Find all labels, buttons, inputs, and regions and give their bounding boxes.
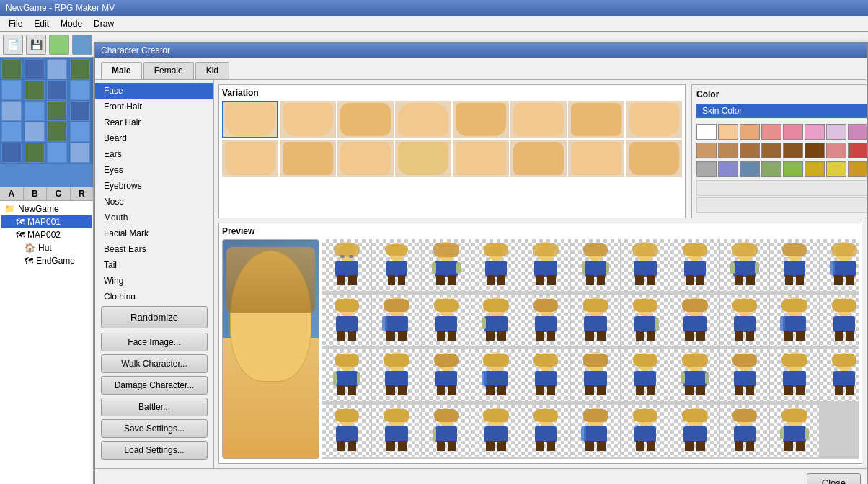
color-swatch[interactable] (761, 161, 781, 177)
part-beard[interactable]: Beard (95, 130, 213, 146)
letter-tab-r[interactable]: R (71, 187, 94, 200)
color-swatch[interactable] (740, 143, 760, 158)
part-nose[interactable]: Nose (95, 194, 213, 210)
svg-rect-57 (796, 275, 804, 285)
color-swatch[interactable] (783, 124, 803, 140)
part-face[interactable]: Face (95, 83, 213, 99)
letter-tab-c[interactable]: C (47, 187, 71, 200)
menu-file[interactable]: File (3, 17, 28, 30)
save-settings-button[interactable]: Save Settings... (101, 419, 208, 438)
menu-edit[interactable]: Edit (28, 17, 55, 30)
menu-draw[interactable]: Draw (88, 17, 120, 30)
hut-icon: 🏠 (25, 243, 35, 253)
variation-cell[interactable] (626, 101, 682, 138)
variation-grid (222, 101, 682, 177)
color-swatch[interactable] (740, 161, 760, 177)
color-swatch[interactable] (718, 143, 738, 158)
color-swatch[interactable] (848, 161, 867, 177)
svg-rect-105 (647, 331, 655, 341)
part-rear-hair[interactable]: Rear Hair (95, 115, 213, 130)
menu-mode[interactable]: Mode (55, 17, 88, 30)
map-label: MAP002 (27, 230, 61, 240)
svg-rect-162 (584, 371, 607, 387)
color-swatch[interactable] (848, 143, 867, 158)
sprite-cell (571, 349, 620, 401)
walk-character-button[interactable]: Walk Character... (101, 354, 208, 373)
svg-rect-182 (746, 385, 754, 395)
tab-female[interactable]: Female (143, 62, 194, 79)
variation-cell[interactable] (510, 101, 567, 138)
face-sketch (225, 142, 275, 175)
variation-cell[interactable] (510, 140, 567, 177)
variation-cell[interactable] (626, 140, 682, 177)
svg-rect-144 (398, 385, 407, 395)
part-ears[interactable]: Ears (95, 146, 213, 162)
skin-color-label[interactable]: Skin Color (696, 104, 867, 118)
randomize-button[interactable]: Randomize (101, 306, 208, 328)
variation-cell[interactable] (222, 101, 278, 138)
variation-cell[interactable] (280, 101, 336, 138)
tree-item-hut[interactable]: 🏠 Hut (1, 241, 92, 254)
damage-character-button[interactable]: Damage Character... (101, 376, 208, 395)
variation-cell[interactable] (568, 101, 624, 138)
color-swatch[interactable] (761, 124, 781, 140)
variation-cell[interactable] (337, 101, 394, 138)
variation-cell[interactable] (453, 140, 509, 177)
face-image-button[interactable]: Face Image... (101, 333, 208, 351)
color-swatch[interactable] (761, 143, 781, 158)
tree-item-map001[interactable]: 🗺 MAP001 (1, 215, 92, 228)
color-swatch[interactable] (805, 161, 825, 177)
variation-cell[interactable] (280, 140, 336, 177)
variation-cell[interactable] (395, 140, 451, 177)
color-swatch[interactable] (826, 143, 846, 158)
part-facial-mark[interactable]: Facial Mark (95, 225, 213, 241)
variation-cell[interactable] (337, 140, 394, 177)
tab-kid[interactable]: Kid (195, 62, 229, 79)
toolbar-map2[interactable] (72, 35, 92, 55)
color-swatch[interactable] (848, 124, 867, 140)
tree-item-map002[interactable]: 🗺 MAP002 (1, 228, 92, 241)
load-settings-button[interactable]: Load Settings... (101, 441, 208, 460)
variation-cell[interactable] (568, 140, 624, 177)
part-eyebrows[interactable]: Eyebrows (95, 178, 213, 194)
toolbar-map1[interactable] (49, 35, 69, 55)
toolbar-new[interactable]: 📄 (3, 35, 23, 55)
tree-item-endgame[interactable]: 🗺 EndGame (1, 254, 92, 267)
color-swatch[interactable] (696, 143, 717, 158)
close-button[interactable]: Close (807, 473, 861, 484)
svg-rect-248 (781, 409, 807, 422)
svg-rect-237 (683, 426, 707, 442)
color-swatch[interactable] (826, 161, 846, 177)
tab-male[interactable]: Male (101, 62, 142, 79)
svg-rect-90 (482, 318, 486, 329)
color-swatch[interactable] (805, 124, 825, 140)
variation-cell[interactable] (453, 101, 509, 138)
color-swatch[interactable] (718, 124, 738, 140)
part-wing[interactable]: Wing (95, 273, 213, 289)
color-swatch[interactable] (696, 124, 717, 140)
letter-tab-b[interactable]: B (24, 187, 48, 200)
color-swatch[interactable] (805, 143, 825, 158)
part-tail[interactable]: Tail (95, 257, 213, 273)
part-clothing[interactable]: Clothing (95, 289, 213, 299)
part-front-hair[interactable]: Front Hair (95, 99, 213, 115)
part-beast-ears[interactable]: Beast Ears (95, 241, 213, 257)
variation-label: Variation (222, 88, 682, 98)
color-swatch[interactable] (783, 161, 803, 177)
color-swatch[interactable] (740, 124, 760, 140)
color-swatch[interactable] (783, 143, 803, 158)
color-swatch[interactable] (826, 124, 846, 140)
parts-actions: Randomize Face Image... Walk Character..… (95, 299, 213, 465)
color-swatch[interactable] (718, 161, 738, 177)
svg-rect-4 (348, 275, 357, 285)
battler-button[interactable]: Battler... (101, 398, 208, 416)
tree-item-newgame[interactable]: 📁 NewGame (1, 202, 92, 215)
color-swatch[interactable] (696, 161, 717, 177)
variation-cell[interactable] (222, 140, 278, 177)
part-mouth[interactable]: Mouth (95, 210, 213, 225)
toolbar-save[interactable]: 💾 (26, 35, 46, 55)
sprite-cell (621, 295, 670, 346)
variation-cell[interactable] (395, 101, 451, 138)
part-eyes[interactable]: Eyes (95, 162, 213, 178)
letter-tab-a[interactable]: A (0, 187, 24, 200)
